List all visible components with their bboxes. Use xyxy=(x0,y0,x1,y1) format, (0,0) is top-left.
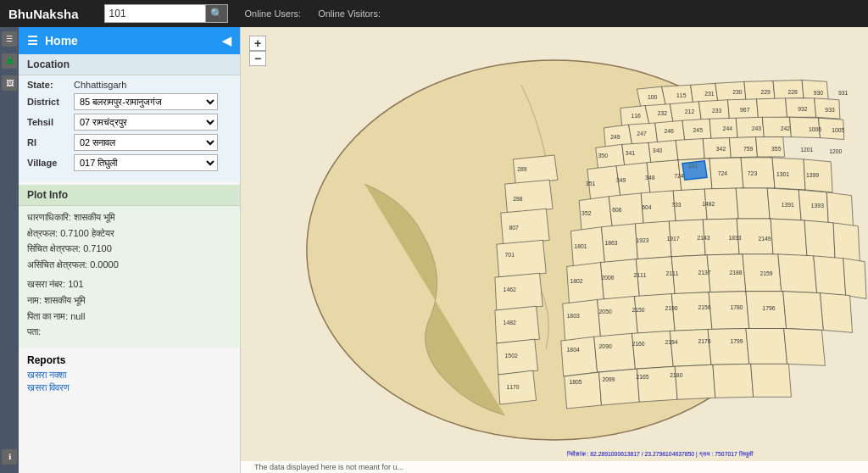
svg-marker-79 xyxy=(670,329,711,366)
svg-text:2194: 2194 xyxy=(665,339,677,345)
svg-text:232: 232 xyxy=(658,110,668,116)
zoom-in-button[interactable]: + xyxy=(249,36,266,51)
district-row: District 85 बलरामपुर-रामानुजगंज xyxy=(27,93,231,110)
svg-text:2006: 2006 xyxy=(602,275,615,281)
state-label: State: xyxy=(27,80,74,90)
pita-value: null xyxy=(70,311,85,321)
info-icon-sidebar[interactable]: ℹ xyxy=(2,449,17,465)
svg-text:245: 245 xyxy=(693,127,704,133)
svg-text:1923: 1923 xyxy=(636,237,648,243)
village-label: Village xyxy=(27,158,74,168)
svg-marker-69 xyxy=(598,297,638,337)
svg-text:351: 351 xyxy=(586,181,596,186)
home-header: ☰ Home ◀ xyxy=(19,27,240,54)
svg-text:1482: 1482 xyxy=(702,201,715,207)
svg-text:932: 932 xyxy=(798,106,808,112)
svg-text:701: 701 xyxy=(505,252,515,258)
svg-text:355: 355 xyxy=(771,146,782,152)
brand-logo: BhuNaksha xyxy=(8,7,79,21)
village-select[interactable]: 017 तिघुली xyxy=(74,154,218,171)
khasra-naksha-link[interactable]: खसरा नक्शा xyxy=(27,370,231,381)
svg-text:967: 967 xyxy=(740,107,750,113)
svg-text:2137: 2137 xyxy=(698,270,710,275)
svg-text:1801: 1801 xyxy=(574,243,587,249)
search-button[interactable]: 🔍 xyxy=(206,4,228,23)
svg-text:723: 723 xyxy=(748,170,758,176)
svg-text:229: 229 xyxy=(760,89,771,95)
svg-text:1863: 1863 xyxy=(604,240,617,246)
sincit-row: सिंचित क्षेत्रफल: 0.7100 xyxy=(27,242,231,257)
tehsil-select[interactable]: 07 रामचंद्रपुर xyxy=(74,114,218,131)
svg-text:606: 606 xyxy=(612,207,622,213)
svg-text:228: 228 xyxy=(788,89,798,95)
svg-marker-66 xyxy=(814,256,846,296)
district-label: District xyxy=(27,97,74,107)
khasra-label: खसरा नंबर xyxy=(27,279,63,289)
ri-select[interactable]: 02 सनावल xyxy=(74,134,218,151)
sincit-label: सिंचित क्षेत्रफल xyxy=(27,243,78,253)
svg-marker-46 xyxy=(736,188,770,219)
svg-text:249: 249 xyxy=(610,134,620,140)
panel-collapse-button[interactable]: ◀ xyxy=(222,34,231,47)
hamburger-icon[interactable]: ☰ xyxy=(27,34,38,47)
svg-marker-81 xyxy=(746,329,787,364)
svg-text:1780: 1780 xyxy=(730,304,743,310)
svg-marker-86 xyxy=(675,364,715,399)
svg-marker-70 xyxy=(634,294,675,334)
svg-text:2090: 2090 xyxy=(599,343,612,349)
svg-text:2111: 2111 xyxy=(665,270,678,276)
search-input[interactable] xyxy=(104,4,206,23)
location-section-header: Location xyxy=(19,54,240,75)
svg-text:733: 733 xyxy=(671,202,682,208)
svg-text:724: 724 xyxy=(718,170,728,176)
svg-marker-82 xyxy=(784,329,826,366)
naam-label: नाम xyxy=(27,295,39,305)
naam-value: शासकीय भूमि xyxy=(44,295,86,305)
svg-text:212: 212 xyxy=(685,109,695,114)
zoom-out-button[interactable]: − xyxy=(249,51,266,66)
pata-label: पता xyxy=(27,326,38,337)
svg-text:933: 933 xyxy=(825,107,835,113)
svg-text:341: 341 xyxy=(626,150,636,156)
map-svg[interactable]: 100 115 231 230 229 228 930 931 116 232 … xyxy=(241,27,868,473)
svg-text:1482: 1482 xyxy=(504,320,516,326)
svg-text:1796: 1796 xyxy=(762,305,775,311)
svg-text:931: 931 xyxy=(838,90,849,96)
svg-marker-68 xyxy=(563,299,601,341)
svg-text:352: 352 xyxy=(581,210,592,216)
svg-marker-94 xyxy=(495,306,540,343)
svg-text:342: 342 xyxy=(716,146,726,152)
kshetrafal-label: क्षेत्रफल xyxy=(27,228,55,238)
svg-text:1399: 1399 xyxy=(806,172,819,178)
khasra-vivaran-link[interactable]: खसरा विवरण xyxy=(27,382,231,393)
online-users-label: Online Users: xyxy=(245,8,302,19)
svg-text:116: 116 xyxy=(632,113,642,119)
dharanadhikari-label: धारणाधिकारि xyxy=(27,212,69,222)
district-select[interactable]: 85 बलरामपुर-रामानुजगंज xyxy=(74,93,218,110)
svg-text:348: 348 xyxy=(645,175,655,181)
search-wrap: 🔍 xyxy=(104,4,228,23)
svg-text:1803: 1803 xyxy=(567,313,580,319)
plot-info-body: धारणाधिकारि: शासकीय भूमि क्षेत्रफल: 0.71… xyxy=(19,206,240,348)
svg-text:2190: 2190 xyxy=(665,305,677,311)
tehsil-label: Tehsil xyxy=(27,117,74,127)
kshetrafal-row: क्षेत्रफल: 0.7100 हेक्टेयर xyxy=(27,226,231,242)
svg-text:2050: 2050 xyxy=(599,309,612,314)
svg-marker-56 xyxy=(771,219,807,256)
map-area[interactable]: + − xyxy=(241,27,868,473)
topbar: BhuNaksha 🔍 Online Users: Online Visitor… xyxy=(0,0,868,27)
left-panel: ☰ Home ◀ Location State: Chhattisgarh Di… xyxy=(19,27,241,473)
svg-marker-84 xyxy=(599,369,640,405)
tehsil-row: Tehsil 07 रामचंद्रपुर xyxy=(27,114,231,131)
image-icon[interactable]: 🖼 xyxy=(2,75,17,91)
svg-text:निर्देशांक : 82.2891000613817 : निर्देशांक : 82.2891000613817 / 23.27981… xyxy=(566,450,754,458)
svg-text:242: 242 xyxy=(781,125,791,131)
layers-icon[interactable]: ☰ xyxy=(2,31,17,47)
tree-icon[interactable]: 🌲 xyxy=(2,53,17,69)
main-layout: ☰ 🌲 🖼 ℹ ☰ Home ◀ Location State: Chhatti… xyxy=(0,27,868,473)
svg-text:2160: 2160 xyxy=(632,341,645,347)
svg-text:289: 289 xyxy=(517,167,527,173)
location-body: State: Chhattisgarh District 85 बलरामपुर… xyxy=(19,75,240,181)
asincit-label: असिंचित क्षेत्रफल xyxy=(27,259,85,270)
reports-section: Reports खसरा नक्शा खसरा विवरण xyxy=(19,348,240,402)
